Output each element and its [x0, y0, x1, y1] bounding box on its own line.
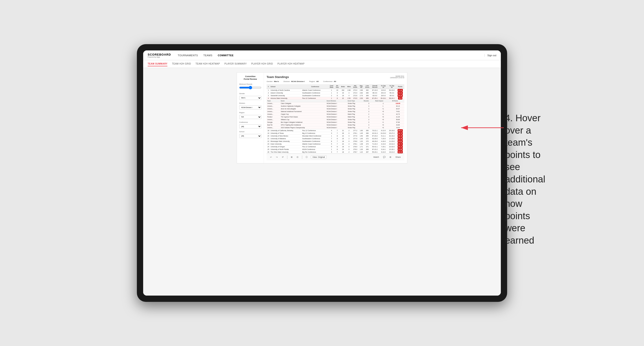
- division-select[interactable]: NCAA Division I: [239, 105, 262, 109]
- report-container: Committee Portal Review Minimum Rounds G…: [237, 72, 407, 163]
- sub-nav-team-h2h-grid[interactable]: TEAM H2H GRID: [172, 62, 191, 66]
- report-main: Team Standings Update time: 13/03/2024 1…: [264, 73, 407, 163]
- sidebar-title: Committee Portal Review: [239, 75, 262, 80]
- points-value[interactable]: 83.81: [398, 140, 403, 143]
- tooltip-data-row: Univers... 2023 Sahalee Players Champion…: [266, 126, 404, 129]
- col-wins: Wins: [346, 84, 352, 89]
- gender-section: Gender Men's: [239, 93, 262, 100]
- view-button[interactable]: View: Original: [311, 155, 326, 159]
- sub-nav-player-summary[interactable]: PLAYER SUMMARY: [224, 62, 246, 66]
- col-avg-sg: Avg.SG: [358, 84, 364, 89]
- division-label: Division: [239, 102, 262, 104]
- points-value[interactable]: 83.89: [398, 148, 403, 151]
- tooltip-header-row: Team Event Event Division Event Type Rou…: [266, 100, 404, 129]
- school-select[interactable]: (All): [239, 134, 262, 138]
- sub-nav-player-h2h-heatmap[interactable]: PLAYER H2H HEATMAP: [277, 62, 304, 66]
- points-value[interactable]: 88.07: [398, 129, 403, 132]
- sub-nav-player-h2h-grid[interactable]: PLAYER H2H GRID: [251, 62, 273, 66]
- table-row: 18 University of California, Berkeley Pa…: [266, 129, 404, 132]
- col-conference: Conference: [302, 84, 328, 89]
- tablet-device: SCOREBOARD Powered by clippi TOURNAMENTS…: [137, 44, 507, 302]
- standings-table: # School Conference ConfRank NoTour Bnds…: [266, 84, 404, 154]
- region-filter-display: Region: All: [309, 80, 319, 82]
- tooltip-table: Team Event Event Division Event Type Rou…: [266, 100, 404, 129]
- tooltip-data-row: Georgia Ben Hogan Collegiate Invitationa…: [266, 121, 404, 124]
- division-section: Division NCAA Division I: [239, 102, 262, 110]
- info-button[interactable]: ⓘ: [305, 155, 308, 159]
- sub-navigation: TEAM SUMMARY TEAM H2H GRID TEAM H2H HEAT…: [143, 60, 501, 68]
- grid-button[interactable]: ⊞: [389, 156, 392, 159]
- logo-title: SCOREBOARD: [148, 53, 171, 56]
- update-time: Update time: 13/03/2024 10:03:42: [390, 75, 404, 78]
- school-section: School (All): [239, 131, 262, 138]
- sign-out-button[interactable]: Sign out: [484, 54, 496, 57]
- annotation-text: 4. Hover over a team's points to see add…: [505, 112, 545, 247]
- region-section: Region N/A: [239, 112, 262, 119]
- region-label: Region: [239, 112, 262, 114]
- gender-select[interactable]: Men's: [239, 96, 262, 100]
- col-no-tour: NoTour: [334, 84, 340, 89]
- conference-select[interactable]: (All): [239, 124, 262, 128]
- col-rank: #: [266, 84, 270, 89]
- nav-item-committee[interactable]: COMMITTEE: [218, 53, 234, 58]
- conference-label: Conference: [239, 121, 262, 123]
- copy-button[interactable]: ⊞: [290, 156, 294, 159]
- col-conf-rank: ConfRank: [328, 84, 334, 89]
- col-vs50: Vs Top50: [388, 84, 396, 89]
- sub-nav-team-summary[interactable]: TEAM SUMMARY: [148, 62, 168, 66]
- min-rounds-slider[interactable]: [239, 86, 262, 89]
- points-value[interactable]: 90.20: [398, 94, 403, 97]
- region-filter-value: All: [316, 80, 319, 82]
- col-bnds: Bnds: [340, 84, 346, 89]
- logo-subtitle: Powered by clippi: [148, 56, 171, 58]
- conference-section: Conference (All): [239, 121, 262, 129]
- points-value[interactable]: 97.02: [398, 89, 403, 91]
- filters-display-row: Gender: Men's Division: NCAA Division I …: [266, 80, 404, 82]
- tooltip-data-row: Univers... Amer An Intercollegiate NCAA …: [266, 108, 404, 110]
- points-value[interactable]: 88.71: [398, 143, 403, 145]
- table-row: 19 University of Texas Big 12 Conference…: [266, 132, 404, 135]
- tooltip-data-row: Univers... Copper Cup NCAA Division I Ma…: [266, 113, 404, 116]
- tooltip-data-row: Univers... Cabo Collegiate NCAA Division…: [266, 102, 404, 105]
- content-area: Committee Portal Review Minimum Rounds G…: [143, 68, 501, 296]
- table-row-highlighted: 4 Arizona State University Pac-12 Confer…: [266, 97, 404, 100]
- report-header: Team Standings Update time: 13/03/2024 1…: [266, 75, 404, 79]
- points-value[interactable]: 88.70: [398, 132, 403, 135]
- conference-filter-display: Conference: All: [323, 80, 336, 82]
- school-label: School: [239, 131, 262, 133]
- nav-item-tournaments[interactable]: TOURNAMENTS: [178, 53, 198, 58]
- feedback-button[interactable]: 💬: [382, 156, 386, 159]
- nav-item-teams[interactable]: TEAMS: [203, 53, 212, 58]
- refresh-button[interactable]: ↺: [281, 156, 284, 159]
- tooltip-data-row: Florida I The Cypress Point Classic NCAA…: [266, 116, 404, 118]
- region-select[interactable]: N/A: [239, 115, 262, 119]
- table-row: 2 Auburn University Southeastern Confere…: [266, 92, 404, 94]
- undo-button[interactable]: ↩: [269, 156, 273, 159]
- points-value[interactable]: 88.48: [398, 137, 403, 140]
- bottom-toolbar: ↩ ↪ ↺ | ⊞ ⊡ | ⓘ View: Original Watch: [266, 154, 404, 161]
- report-title: Team Standings: [266, 75, 289, 79]
- paste-button[interactable]: ⊡: [296, 156, 299, 159]
- redo-button[interactable]: ↪: [275, 156, 279, 159]
- sub-nav-team-h2h-heatmap[interactable]: TEAM H2H HEATMAP: [196, 62, 220, 66]
- points-value-active[interactable]: 78.5: [398, 97, 402, 100]
- table-row: 21 University of Alabama Southeastern Co…: [266, 137, 404, 140]
- table-row: 22 Mississippi State University Southeas…: [266, 140, 404, 143]
- share-button[interactable]: Share: [394, 156, 402, 159]
- main-content: Committee Portal Review Minimum Rounds G…: [143, 68, 501, 296]
- tooltip-data-row: East Ter OFCC Fighting Illini Invitation…: [266, 124, 404, 126]
- points-value[interactable]: 88.49: [398, 135, 403, 137]
- min-rounds-section: Minimum Rounds: [239, 83, 262, 90]
- table-row: 23 Duke University Atlantic Coast Confer…: [266, 143, 404, 146]
- main-nav-items: TOURNAMENTS TEAMS COMMITTEE: [178, 53, 484, 58]
- points-value[interactable]: 88.94: [398, 151, 403, 153]
- col-vs25: Vs Top25: [379, 84, 388, 89]
- watch-button[interactable]: Watch: [372, 156, 380, 159]
- table-row: 24 University of Oregon Pac-12 Conferenc…: [266, 146, 404, 148]
- report-inner: Committee Portal Review Minimum Rounds G…: [237, 73, 407, 163]
- division-filter-display: Division: NCAA Division I: [284, 80, 305, 82]
- points-value[interactable]: 88.14: [398, 146, 403, 148]
- tooltip-data-row: Univers... National Invitational Tournam…: [266, 110, 404, 113]
- tablet-screen: SCOREBOARD Powered by clippi TOURNAMENTS…: [143, 50, 501, 296]
- points-value[interactable]: 93.31: [398, 92, 403, 94]
